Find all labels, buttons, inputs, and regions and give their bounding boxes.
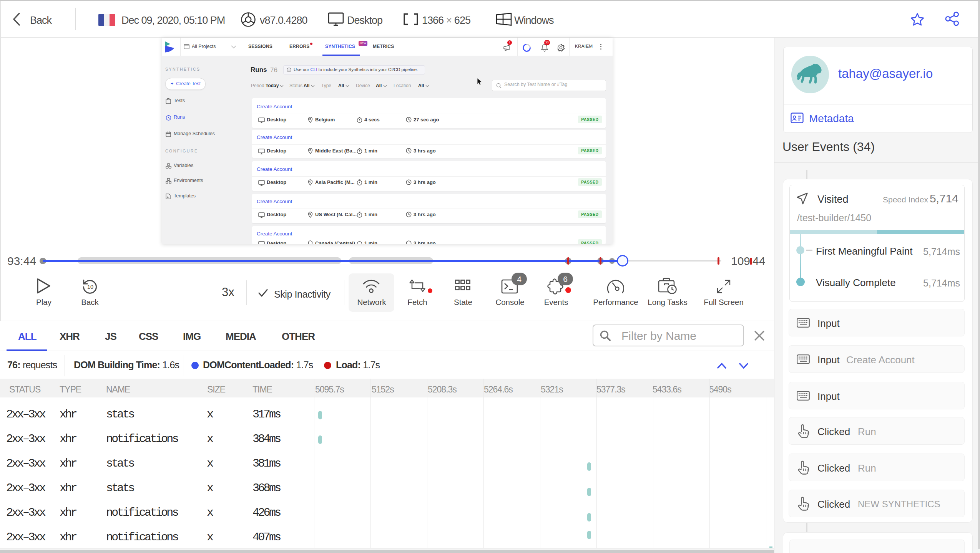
svg-text:10: 10 [87, 284, 93, 290]
